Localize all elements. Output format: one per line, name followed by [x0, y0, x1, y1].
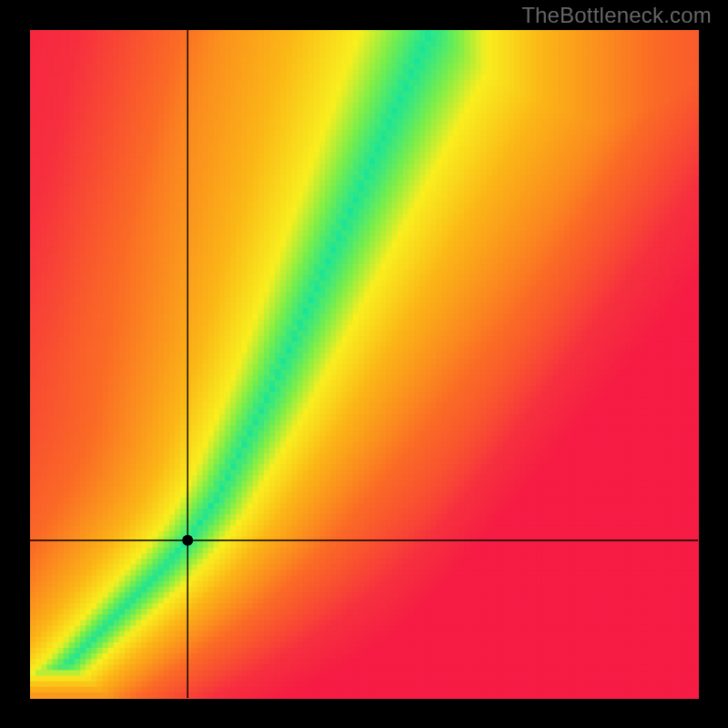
watermark-text: TheBottleneck.com	[521, 3, 712, 28]
bottleneck-heatmap	[0, 0, 728, 728]
